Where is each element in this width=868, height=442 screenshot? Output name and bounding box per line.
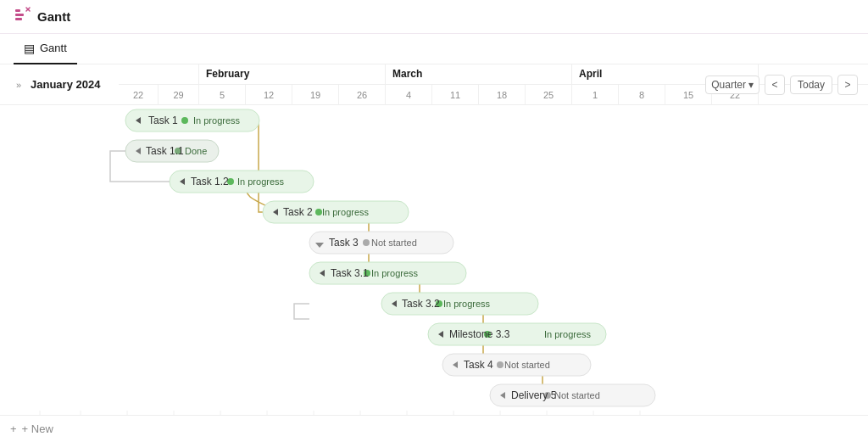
tab-gantt[interactable]: ▤ Gantt xyxy=(14,34,77,64)
week-18: 18 xyxy=(479,85,526,105)
svg-point-31 xyxy=(181,117,188,124)
week-19: 19 xyxy=(292,85,339,105)
today-button[interactable]: Today xyxy=(790,76,832,94)
week-apr-1: 1 xyxy=(572,85,619,105)
svg-rect-2 xyxy=(15,18,22,20)
week-12: 12 xyxy=(246,85,292,105)
gantt-header: » January 2024 February March April 22 2… xyxy=(0,64,868,105)
svg-text:Task 3.1: Task 3.1 xyxy=(331,267,369,279)
week-11: 11 xyxy=(432,85,479,105)
week-22: 22 xyxy=(119,85,159,105)
month-jan xyxy=(119,64,199,84)
svg-text:In progress: In progress xyxy=(443,299,491,309)
month-mar: March xyxy=(386,64,572,84)
task1-bar[interactable]: Task 1 In progress xyxy=(125,109,259,131)
milestone3_3-bar[interactable]: Milestone 3.3 In progress xyxy=(428,323,606,345)
svg-text:Task 4: Task 4 xyxy=(464,359,493,371)
svg-point-46 xyxy=(315,209,322,215)
svg-text:In progress: In progress xyxy=(371,268,419,278)
gantt-left-panel: » January 2024 xyxy=(0,76,119,93)
task4-bar[interactable]: Task 4 Not started xyxy=(442,354,591,376)
svg-rect-1 xyxy=(15,14,24,16)
svg-text:In progress: In progress xyxy=(193,115,241,126)
task2-bar[interactable]: Task 2 In progress xyxy=(263,201,409,223)
week-5: 5 xyxy=(199,85,246,105)
svg-point-51 xyxy=(363,239,370,246)
svg-text:Task 1.1: Task 1.1 xyxy=(146,145,184,157)
svg-text:Task 3: Task 3 xyxy=(329,237,359,249)
svg-rect-0 xyxy=(15,9,20,12)
task3_1-bar[interactable]: Task 3.1 In progress xyxy=(309,262,466,284)
task1_2-bar[interactable]: Task 1.2 In progress xyxy=(170,171,314,193)
app-icon xyxy=(14,6,31,27)
svg-text:Done: Done xyxy=(185,146,207,156)
svg-text:Task 3.2: Task 3.2 xyxy=(402,298,440,310)
tab-bar: ▤ Gantt xyxy=(0,34,868,64)
svg-rect-25 xyxy=(0,288,749,319)
plus-icon: + xyxy=(10,422,17,435)
gantt-controls: Quarter ▾ < Today > xyxy=(695,64,868,105)
svg-text:In progress: In progress xyxy=(322,207,370,217)
week-29: 29 xyxy=(159,85,199,105)
svg-text:Milestone 3.3: Milestone 3.3 xyxy=(449,328,510,340)
quarter-view-button[interactable]: Quarter ▾ xyxy=(705,76,760,94)
svg-text:In progress: In progress xyxy=(544,329,592,339)
task3-bar[interactable]: Task 3 Not started xyxy=(309,232,453,254)
new-label: + New xyxy=(22,422,53,435)
svg-text:Task 1.2: Task 1.2 xyxy=(191,176,229,187)
gantt-svg: Task 1 In progress Task 1.1 Done Task xyxy=(0,105,749,415)
svg-rect-19 xyxy=(0,105,749,136)
app-header: Gantt xyxy=(0,0,868,34)
tab-gantt-label: Gantt xyxy=(40,42,67,54)
prev-button[interactable]: < xyxy=(765,75,785,95)
quarter-label: Quarter xyxy=(711,79,746,91)
week-25: 25 xyxy=(526,85,572,105)
svg-text:Not started: Not started xyxy=(371,238,417,248)
week-4: 4 xyxy=(386,85,432,105)
week-apr-8: 8 xyxy=(619,85,665,105)
svg-text:In progress: In progress xyxy=(237,176,285,187)
chevron-down-icon: ▾ xyxy=(748,79,754,91)
svg-text:Delivery 5: Delivery 5 xyxy=(511,389,557,401)
svg-rect-26 xyxy=(0,319,749,350)
new-row[interactable]: + + New xyxy=(0,415,868,442)
svg-text:Task 1: Task 1 xyxy=(148,115,178,126)
svg-text:Task 2: Task 2 xyxy=(283,206,313,218)
collapse-button[interactable]: » xyxy=(10,76,27,93)
app-title: Gantt xyxy=(37,9,70,24)
svg-text:Not started: Not started xyxy=(554,390,600,400)
month-feb: February xyxy=(199,64,386,84)
delivery5-bar[interactable]: Delivery 5 Not started xyxy=(490,384,655,406)
task1_1-bar[interactable]: Task 1.1 Done xyxy=(125,140,219,162)
svg-text:Not started: Not started xyxy=(504,360,550,370)
svg-rect-27 xyxy=(0,350,749,380)
task3_2-bar[interactable]: Task 3.2 In progress xyxy=(381,293,538,315)
gantt-body: Task 1 In progress Task 1.1 Done Task xyxy=(0,105,868,415)
gantt-chart-area[interactable]: Task 1 In progress Task 1.1 Done Task xyxy=(0,105,868,415)
current-month-label: January 2024 xyxy=(31,78,100,91)
svg-point-71 xyxy=(497,361,504,368)
tab-gantt-icon: ▤ xyxy=(24,42,35,55)
week-26: 26 xyxy=(339,85,386,105)
next-button[interactable]: > xyxy=(837,75,858,95)
gantt-container: » January 2024 February March April 22 2… xyxy=(0,64,868,442)
